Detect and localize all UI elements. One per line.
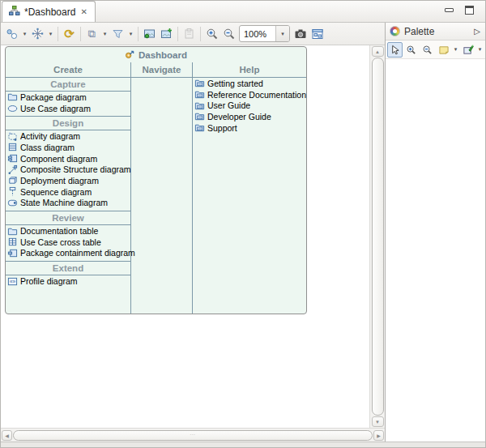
- maximize-icon[interactable]: [465, 6, 474, 15]
- editor-tab-bar: *Dashboard ✕: [1, 1, 485, 23]
- graph-layout-button[interactable]: [29, 25, 46, 43]
- use-case-cross-table-icon: [7, 237, 18, 247]
- list-item-composite-structure-diagram[interactable]: Composite Structure diagram: [6, 164, 130, 175]
- scroll-right-icon[interactable]: ▶: [373, 430, 384, 441]
- list-item-profile-diagram[interactable]: «» Profile diagram: [6, 275, 130, 287]
- status-strip: [1, 442, 485, 447]
- palette-panel: Palette ▷ ▾ ▾: [385, 23, 485, 442]
- list-item-documentation-table[interactable]: Documentation table: [6, 225, 130, 237]
- extend-section: Extend «» Profile diagram: [6, 261, 130, 289]
- list-item-state-machine-diagram[interactable]: State Machine diagram: [6, 198, 130, 209]
- dashboard-panel: Dashboard Create Capture Packag: [5, 46, 307, 314]
- minimize-icon[interactable]: [445, 8, 454, 12]
- list-item-user-guide[interactable]: User Guide: [193, 100, 306, 111]
- zoom-out-button[interactable]: [220, 25, 237, 43]
- select-tool-button[interactable]: [387, 42, 403, 58]
- palette-zoom-in-button[interactable]: [403, 42, 419, 58]
- graph-layout-dropdown-icon[interactable]: ▾: [46, 25, 55, 43]
- capture-header: Capture: [6, 78, 130, 92]
- vertical-scrollbar[interactable]: ▲ ▼: [369, 45, 385, 428]
- pin-icon: [463, 45, 474, 55]
- navigate-column: Navigate: [131, 62, 193, 314]
- copy-appearance-button[interactable]: ⧉: [83, 25, 100, 43]
- diagram-view-button[interactable]: [309, 25, 326, 43]
- documentation-table-icon: [7, 226, 18, 237]
- palette-body[interactable]: [386, 59, 485, 442]
- toolbar-separator: [80, 27, 81, 41]
- toolbar-separator: [138, 27, 139, 41]
- tab-dashboard[interactable]: *Dashboard ✕: [2, 1, 96, 22]
- palette-toolbar: ▾ ▾: [386, 41, 485, 59]
- annotation-tool-button[interactable]: [460, 42, 475, 58]
- list-item-getting-started[interactable]: Getting started: [193, 78, 306, 89]
- create-header: Create: [6, 62, 130, 78]
- help-header: Help: [193, 62, 306, 78]
- list-item-class-diagram[interactable]: Class diagram: [6, 142, 130, 153]
- list-item-deployment-diagram[interactable]: Deployment diagram: [6, 175, 130, 186]
- class-diagram-icon: [7, 142, 18, 152]
- list-item-component-diagram[interactable]: Component diagram: [6, 153, 130, 164]
- export-image-button[interactable]: [141, 25, 158, 43]
- help-folder-icon: [194, 89, 205, 100]
- vertical-scrollbar-thumb[interactable]: [372, 58, 384, 416]
- palette-zoom-out-button[interactable]: [420, 42, 435, 58]
- package-containment-diagram-icon: [7, 248, 18, 258]
- annotation-dropdown-icon[interactable]: ▾: [476, 46, 484, 53]
- help-folder-icon: [194, 78, 205, 88]
- horizontal-scrollbar[interactable]: ◀ ⋯ ▶: [1, 428, 385, 442]
- extend-header: Extend: [6, 262, 130, 275]
- add-image-button[interactable]: [158, 25, 175, 43]
- list-item-developer-guide[interactable]: Developer Guide: [193, 111, 306, 122]
- dashboard-icon: [125, 49, 135, 61]
- list-item-use-case-diagram[interactable]: Use Case diagram: [6, 103, 130, 114]
- list-item-activity-diagram[interactable]: Activity diagram: [6, 130, 130, 142]
- cursor-icon: [390, 45, 400, 55]
- scroll-left-icon[interactable]: ◀: [2, 430, 12, 441]
- toolbar-separator: [177, 27, 178, 41]
- list-item-use-case-cross-table[interactable]: Use Case cross table: [6, 237, 130, 248]
- zoom-level-combo[interactable]: 100% ▾: [239, 25, 290, 42]
- scroll-down-icon[interactable]: ▼: [372, 416, 384, 427]
- close-icon[interactable]: ✕: [79, 7, 87, 16]
- list-item-support[interactable]: Support: [193, 122, 306, 134]
- note-tool-button[interactable]: [436, 42, 451, 58]
- snapshot-button[interactable]: [292, 25, 309, 43]
- zoom-combo-dropdown-icon[interactable]: ▾: [275, 26, 289, 41]
- copy-appearance-icon: ⧉: [88, 28, 96, 39]
- copy-appearance-dropdown-icon[interactable]: ▾: [100, 25, 109, 43]
- activity-diagram-icon: [7, 131, 18, 142]
- tab-title: *Dashboard: [24, 6, 75, 18]
- help-folder-icon: [194, 122, 205, 133]
- review-section: Review Documentation table Use Case cros…: [6, 211, 130, 261]
- list-item-package-containment-diagram[interactable]: Package containment diagram: [6, 248, 130, 259]
- filter-button[interactable]: [109, 25, 126, 43]
- note-dropdown-icon[interactable]: ▾: [452, 46, 459, 53]
- horizontal-scrollbar-thumb[interactable]: ⋯: [13, 430, 373, 441]
- create-column: Create Capture Package diagram: [6, 62, 131, 314]
- diagram-canvas[interactable]: Dashboard Create Capture Packag: [1, 45, 369, 428]
- list-item-reference-documentation[interactable]: Reference Documentation: [193, 89, 306, 100]
- deployment-diagram-icon: [7, 175, 18, 186]
- list-item-sequence-diagram[interactable]: Sequence diagram: [6, 186, 130, 198]
- paste-button: [181, 25, 198, 43]
- palette-expand-icon[interactable]: ▷: [474, 27, 480, 36]
- sequence-diagram-icon: [7, 186, 18, 197]
- svg-text:«»: «»: [10, 279, 16, 284]
- nodes-layout-dropdown-icon[interactable]: ▾: [20, 25, 29, 43]
- design-section: Design Activity diagram Class diagram: [6, 116, 130, 211]
- list-item-package-diagram[interactable]: Package diagram: [6, 92, 130, 103]
- zoom-in-button[interactable]: [203, 25, 220, 43]
- use-case-diagram-icon: [7, 103, 18, 113]
- sync-icon: ⟳: [64, 28, 75, 40]
- filter-dropdown-icon[interactable]: ▾: [126, 25, 135, 43]
- palette-icon: [390, 26, 400, 36]
- zoom-level-value: 100%: [240, 29, 275, 39]
- help-folder-icon: [194, 100, 205, 111]
- palette-title: Palette: [404, 26, 470, 37]
- nodes-layout-button[interactable]: [3, 25, 20, 43]
- sync-button[interactable]: ⟳: [61, 25, 78, 43]
- dashboard-title: Dashboard: [139, 50, 187, 60]
- scrollbar-grip: ⋯: [190, 432, 196, 438]
- scroll-up-icon[interactable]: ▲: [372, 46, 384, 57]
- palette-header[interactable]: Palette ▷: [386, 23, 485, 41]
